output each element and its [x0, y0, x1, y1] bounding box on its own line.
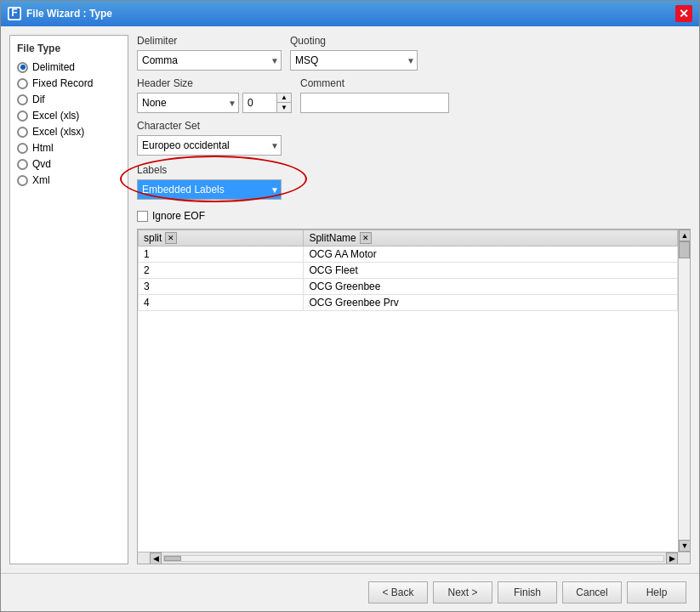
header-spinner: ▲ ▼: [242, 93, 292, 113]
cell-split-2: 2: [139, 263, 304, 279]
comment-label: Comment: [300, 77, 449, 89]
back-button[interactable]: < Back: [368, 581, 428, 604]
button-bar: < Back Next > Finish Cancel Help: [1, 573, 699, 611]
radio-excel-xlsx[interactable]: Excel (xlsx): [17, 126, 121, 138]
labels-select[interactable]: Embedded Labels: [137, 179, 282, 200]
vscroll-up-button[interactable]: ▲: [679, 230, 690, 241]
col-splitname-content: SplitName ✕: [309, 232, 672, 244]
spinner-down-button[interactable]: ▼: [277, 103, 291, 112]
headersize-comment-row: Header Size None ▼ ▲ ▼: [137, 77, 691, 113]
radio-label-html: Html: [32, 142, 54, 154]
quoting-label: Quoting: [290, 35, 418, 47]
header-size-label: Header Size: [137, 77, 292, 89]
radio-qvd[interactable]: Qvd: [17, 158, 121, 170]
hscroll-track: [163, 555, 664, 562]
close-button[interactable]: ✕: [675, 5, 692, 22]
cancel-button[interactable]: Cancel: [562, 581, 622, 604]
file-type-label: File Type: [17, 42, 121, 54]
radio-btn-excel-xls: [17, 110, 28, 122]
cell-splitname-3: OCG Greenbee: [304, 279, 678, 295]
radio-label-delimited: Delimited: [32, 61, 75, 73]
table-row: 2 OCG Fleet: [139, 263, 678, 279]
table-row: 3 OCG Greenbee: [139, 279, 678, 295]
comment-input[interactable]: [300, 93, 449, 113]
charset-select-wrapper: Europeo occidental ▼: [137, 135, 282, 156]
radio-btn-dif: [17, 94, 28, 105]
vertical-scrollbar: ▲ ▼: [678, 230, 690, 552]
horizontal-scrollbar: ◀ ▶: [138, 552, 690, 564]
labels-group: Labels Embedded Labels ▼: [137, 164, 282, 200]
radio-excel-xls[interactable]: Excel (xls): [17, 110, 121, 122]
delimiter-select-wrapper: Comma ▼: [137, 50, 282, 71]
radio-label-fixed-record: Fixed Record: [32, 77, 93, 89]
next-button[interactable]: Next >: [433, 581, 492, 604]
vscroll-thumb[interactable]: [679, 241, 690, 258]
finish-button[interactable]: Finish: [498, 581, 557, 604]
charset-label: Character Set: [137, 120, 282, 132]
radio-label-xml: Xml: [32, 174, 50, 186]
radio-label-excel-xlsx: Excel (xlsx): [32, 126, 84, 138]
svg-text:F: F: [11, 8, 17, 19]
col-split-content: split ✕: [144, 232, 298, 244]
header-size-select[interactable]: None: [137, 93, 239, 113]
radio-xml[interactable]: Xml: [17, 174, 121, 186]
delimiter-group: Delimiter Comma ▼: [137, 35, 282, 71]
radio-btn-xml: [17, 175, 28, 186]
content-area: File Type Delimited Fixed Record Dif Exc…: [1, 26, 699, 573]
vscroll-track: [679, 241, 690, 540]
charset-group: Character Set Europeo occidental ▼: [137, 120, 282, 156]
cell-splitname-1: OCG AA Motor: [304, 246, 678, 263]
quoting-group: Quoting MSQ ▼: [290, 35, 418, 71]
col-split-close-button[interactable]: ✕: [165, 232, 177, 244]
col-split: split ✕: [139, 230, 304, 246]
spinner-up-button[interactable]: ▲: [277, 94, 291, 103]
table-body: 1 OCG AA Motor 2 OCG Fleet 3 OCG Greenbe…: [139, 246, 678, 311]
charset-row: Character Set Europeo occidental ▼: [137, 120, 691, 156]
ignore-eof-checkbox[interactable]: [137, 211, 148, 222]
delimiter-label: Delimiter: [137, 35, 282, 47]
radio-delimited[interactable]: Delimited: [17, 61, 121, 73]
table-header-row: split ✕ SplitName ✕: [139, 230, 678, 246]
table-header: split ✕ SplitName ✕: [139, 230, 678, 246]
cell-split-1: 1: [139, 246, 304, 263]
cell-split-3: 3: [139, 279, 304, 295]
preview-inner: split ✕ SplitName ✕: [138, 230, 690, 552]
quoting-select-wrapper: MSQ ▼: [290, 50, 418, 71]
radio-dif[interactable]: Dif: [17, 94, 121, 105]
radio-btn-fixed-record: [17, 78, 28, 89]
radio-btn-delimited: [17, 62, 28, 73]
window-icon: F: [8, 7, 21, 20]
preview-table-wrapper[interactable]: split ✕ SplitName ✕: [138, 230, 678, 552]
delimiter-quoting-row: Delimiter Comma ▼ Quoting MSQ ▼: [137, 35, 691, 71]
header-spinner-input[interactable]: [242, 93, 276, 113]
hscroll-thumb[interactable]: [164, 556, 181, 561]
table-row: 1 OCG AA Motor: [139, 246, 678, 263]
col-splitname-label: SplitName: [309, 232, 356, 244]
ignore-eof-row: Ignore EOF: [137, 210, 691, 222]
delimiter-select[interactable]: Comma: [137, 50, 282, 71]
window-title: File Wizard : Type: [26, 8, 670, 20]
hscroll-left-button[interactable]: ◀: [150, 552, 162, 564]
ignore-eof-label: Ignore EOF: [152, 210, 205, 222]
help-button[interactable]: Help: [627, 581, 686, 604]
charset-select[interactable]: Europeo occidental: [137, 135, 282, 156]
file-type-panel: File Type Delimited Fixed Record Dif Exc…: [9, 35, 128, 564]
radio-fixed-record[interactable]: Fixed Record: [17, 77, 121, 89]
hscroll-right-button[interactable]: ▶: [666, 552, 678, 564]
radio-label-dif: Dif: [32, 94, 45, 105]
header-size-select-wrapper: None ▼: [137, 93, 239, 113]
col-splitname: SplitName ✕: [304, 230, 678, 246]
radio-btn-qvd: [17, 159, 28, 170]
vscroll-down-button[interactable]: ▼: [679, 540, 690, 552]
radio-btn-html: [17, 143, 28, 154]
radio-label-excel-xls: Excel (xls): [32, 110, 79, 122]
cell-split-4: 4: [139, 295, 304, 311]
radio-btn-excel-xlsx: [17, 127, 28, 138]
spinner-buttons: ▲ ▼: [276, 93, 292, 113]
radio-html[interactable]: Html: [17, 142, 121, 154]
cell-splitname-2: OCG Fleet: [304, 263, 678, 279]
quoting-select[interactable]: MSQ: [290, 50, 418, 71]
labels-select-wrapper: Embedded Labels ▼: [137, 179, 282, 200]
col-splitname-close-button[interactable]: ✕: [360, 232, 372, 244]
col-split-label: split: [144, 232, 162, 244]
